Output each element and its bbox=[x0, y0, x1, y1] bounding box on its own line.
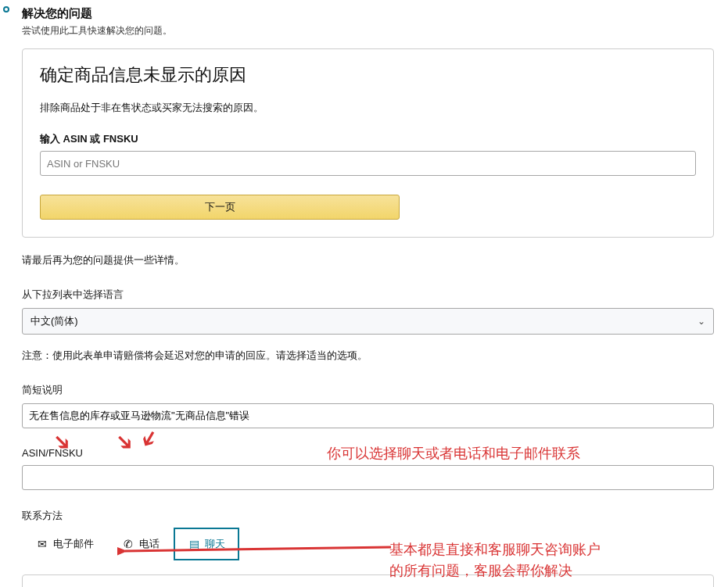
email-icon: ✉ bbox=[36, 538, 48, 550]
step-bullet bbox=[3, 6, 9, 13]
tab-email-label: 电子邮件 bbox=[53, 537, 94, 551]
contact-tabs: ✉ 电子邮件 ✆ 电话 ▤ 聊天 bbox=[22, 528, 714, 560]
diagnose-card: 确定商品信息未显示的原因 排除商品处于非在售状态或买家无法搜索的原因。 输入 A… bbox=[22, 48, 714, 238]
brief-input[interactable] bbox=[22, 403, 714, 428]
tab-chat-label: 聊天 bbox=[205, 537, 225, 551]
tab-phone-label: 电话 bbox=[139, 537, 160, 551]
tab-email[interactable]: ✉ 电子邮件 bbox=[22, 528, 108, 560]
asin-input-label: 输入 ASIN 或 FNSKU bbox=[40, 132, 696, 146]
chat-icon: ▤ bbox=[188, 538, 200, 550]
tab-phone[interactable]: ✆ 电话 bbox=[108, 528, 174, 560]
language-label: 从下拉列表中选择语言 bbox=[22, 288, 714, 302]
asin-input[interactable] bbox=[40, 151, 696, 176]
language-select[interactable]: 中文(简体) ⌄ bbox=[22, 308, 714, 335]
language-value: 中文(简体) bbox=[30, 314, 78, 328]
next-button[interactable]: 下一页 bbox=[40, 195, 400, 220]
brief-label: 简短说明 bbox=[22, 383, 714, 397]
phone-icon: ✆ bbox=[122, 538, 134, 550]
page-title: 解决您的问题 bbox=[22, 6, 714, 21]
asin-label: ASIN/FNSKU bbox=[22, 447, 714, 459]
card-desc: 排除商品处于非在售状态或买家无法搜索的原因。 bbox=[40, 101, 696, 115]
asin-fnsku-input[interactable] bbox=[22, 465, 714, 490]
card-title: 确定商品信息未显示的原因 bbox=[40, 63, 696, 87]
tab-chat[interactable]: ▤ 聊天 bbox=[174, 528, 239, 560]
notice-text: 注意：使用此表单申请赔偿将会延迟对您的申请的回应。请选择适当的选项。 bbox=[22, 349, 714, 363]
detail-prompt: 请最后再为您的问题提供一些详情。 bbox=[22, 253, 714, 267]
chat-card: 您的姓名 立即聊天 bbox=[22, 574, 714, 587]
page-subtitle: 尝试使用此工具快速解决您的问题。 bbox=[22, 24, 714, 38]
contact-method-label: 联系方法 bbox=[22, 509, 714, 523]
chevron-down-icon: ⌄ bbox=[698, 316, 705, 327]
